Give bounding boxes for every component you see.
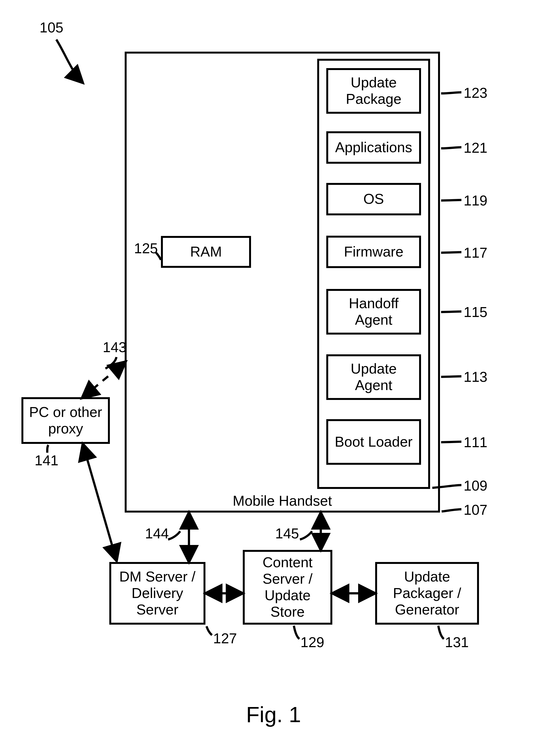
content-handset-ref-label: 145 <box>275 526 299 541</box>
applications-box: Applications <box>326 131 421 164</box>
boot-loader-label: Boot Loader <box>335 434 413 450</box>
update-package-ref-label: 123 <box>464 85 487 101</box>
applications-ref-label: 121 <box>464 140 487 156</box>
dm-server-box: DM Server / Delivery Server <box>109 562 205 624</box>
inner-frame-ref-label: 109 <box>464 478 487 494</box>
content-server-label: Content Server / Update Store <box>247 554 328 620</box>
firmware-label: Firmware <box>344 244 403 260</box>
os-ref-label: 119 <box>464 193 487 209</box>
handoff-agent-box: Handoff Agent <box>326 289 421 335</box>
system-ref-label: 105 <box>40 20 63 36</box>
pc-proxy-label: PC or other proxy <box>26 404 105 437</box>
outer-frame-ref-label: 107 <box>464 502 487 518</box>
update-package-label: Update Package <box>331 75 416 107</box>
dm-server-label: DM Server / Delivery Server <box>114 569 201 618</box>
pc-proxy-box: PC or other proxy <box>21 397 110 444</box>
update-packager-label: Update Packager / Generator <box>380 569 474 618</box>
os-label: OS <box>363 191 384 207</box>
boot-loader-box: Boot Loader <box>326 419 421 465</box>
content-server-box: Content Server / Update Store <box>243 550 332 624</box>
update-agent-ref-label: 113 <box>464 369 487 385</box>
update-agent-label: Update Agent <box>331 361 416 394</box>
handoff-agent-ref-label: 115 <box>464 304 487 320</box>
proxy-wireless-ref-label: 143 <box>103 339 127 355</box>
ram-ref-label: 125 <box>134 241 158 256</box>
dm-handset-ref-label: 144 <box>145 526 169 541</box>
update-packager-ref-label: 131 <box>445 635 469 650</box>
diagram-canvas: 105 Mobile Handset RAM Update Package Ap… <box>0 0 560 754</box>
update-packager-box: Update Packager / Generator <box>375 562 479 624</box>
os-box: OS <box>326 183 421 215</box>
figure-caption: Fig. 1 <box>246 702 301 727</box>
dm-server-ref-label: 127 <box>213 631 237 646</box>
applications-label: Applications <box>335 139 412 156</box>
ram-label: RAM <box>190 244 222 260</box>
mobile-handset-label: Mobile Handset <box>214 493 351 509</box>
pc-proxy-ref-label: 141 <box>35 453 59 468</box>
handoff-agent-label: Handoff Agent <box>331 295 416 328</box>
boot-loader-ref-label: 111 <box>464 435 487 450</box>
ram-box: RAM <box>161 236 251 268</box>
firmware-ref-label: 117 <box>464 245 487 261</box>
content-server-ref-label: 129 <box>300 635 324 650</box>
firmware-box: Firmware <box>326 236 421 268</box>
update-package-box: Update Package <box>326 68 421 114</box>
update-agent-box: Update Agent <box>326 354 421 400</box>
